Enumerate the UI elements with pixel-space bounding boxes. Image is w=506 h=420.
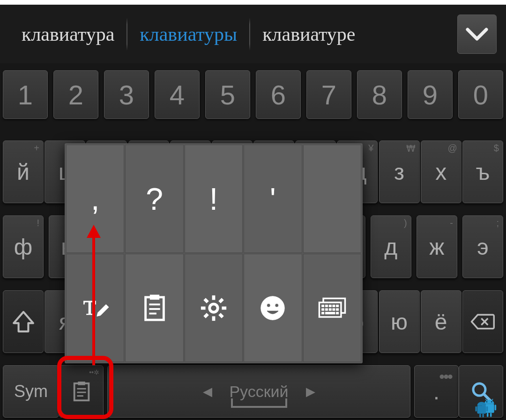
keyboard-layout-icon [318,294,347,323]
popup-keyboard-layout[interactable] [303,254,361,362]
period-key[interactable]: ••• . [414,365,459,418]
key-letter[interactable]: ₩з [379,140,420,203]
svg-line-20 [205,299,208,302]
suggestion-bar: клавиатура клавиатуры клавиатуре [0,5,506,63]
text-edit-icon: T [81,294,110,323]
clipboard-icon [140,294,169,323]
svg-rect-29 [321,305,324,307]
suggestion-word-0[interactable]: клавиатура [9,23,126,45]
prev-lang-icon: ◀ [203,384,212,399]
svg-line-21 [220,314,223,317]
suggestion-word-2[interactable]: клавиатуре [250,23,367,45]
popup-question[interactable]: ? [125,145,183,253]
bottom-row: Sym ••✲ ◀▶ Русский ••• . [0,365,506,418]
key-letter[interactable]: !ф [3,215,44,278]
key-9[interactable]: 9 [408,70,453,119]
popup-exclaim[interactable]: ! [185,145,243,253]
svg-rect-38 [336,308,338,310]
popup-clipboard[interactable] [125,254,183,362]
smiley-icon [258,294,287,323]
key-letter[interactable]: $ъ [462,140,503,203]
popup-settings[interactable] [185,254,243,362]
svg-line-23 [205,314,208,317]
backspace-icon [470,309,495,334]
svg-rect-53 [486,406,488,412]
suggestion-word-1[interactable]: клавиатуры [127,23,249,45]
key-letter[interactable]: ю [379,290,420,353]
app-separator [0,0,506,5]
svg-rect-3 [78,382,85,385]
key-1[interactable]: 1 [3,70,48,119]
svg-point-15 [209,304,217,312]
svg-point-24 [261,296,284,319]
key-5[interactable]: 5 [205,70,250,119]
svg-rect-54 [479,414,481,418]
svg-point-48 [491,401,492,403]
options-key[interactable]: ••✲ [59,365,104,418]
space-bar-icon [231,398,287,408]
next-lang-icon: ▶ [306,384,315,399]
svg-text:T: T [83,295,96,319]
svg-rect-41 [336,312,338,314]
clipboard-icon [71,381,92,402]
svg-rect-37 [333,308,335,310]
svg-line-50 [492,399,493,401]
key-letter[interactable]: ;э [462,215,503,278]
long-press-popup: , ? ! ' T [65,143,363,363]
svg-rect-35 [325,308,327,310]
svg-point-47 [486,401,488,403]
key-letter[interactable]: ё [421,290,461,353]
key-8[interactable]: 8 [357,70,402,119]
key-letter[interactable]: -ж [417,215,457,278]
svg-rect-40 [325,312,335,314]
svg-rect-46 [490,413,492,417]
key-3[interactable]: 3 [104,70,149,119]
svg-rect-52 [476,406,477,412]
backspace-key[interactable] [462,290,503,353]
svg-rect-33 [336,305,338,307]
key-letter[interactable]: +й [3,140,44,203]
key-0[interactable]: 0 [458,70,503,119]
expand-suggestions-button[interactable] [457,15,497,54]
svg-rect-36 [329,308,331,310]
shift-key[interactable] [3,290,44,353]
svg-rect-44 [495,405,497,410]
gear-icon [199,294,228,323]
popup-text-edit[interactable]: T [66,254,124,362]
shift-icon [11,309,36,334]
key-letter[interactable]: )д [371,215,411,278]
key-7[interactable]: 7 [306,70,351,119]
svg-rect-39 [321,312,324,314]
key-6[interactable]: 6 [256,70,301,119]
svg-rect-30 [325,305,327,307]
popup-emoji[interactable] [244,254,302,362]
svg-line-49 [485,399,487,401]
svg-rect-45 [487,413,489,417]
svg-rect-51 [477,405,486,413]
chevron-down-icon [465,27,489,41]
popup-empty[interactable] [303,145,361,253]
svg-rect-11 [150,295,159,299]
popup-comma[interactable]: , [66,145,124,253]
svg-point-25 [267,303,271,307]
space-key[interactable]: ◀▶ Русский [107,365,410,418]
key-2[interactable]: 2 [53,70,98,119]
on-screen-keyboard: клавиатура клавиатуры клавиатуре 1 2 3 4… [0,5,506,420]
svg-rect-32 [333,305,335,307]
key-letter[interactable]: @х [421,140,461,203]
svg-point-26 [275,303,279,307]
svg-line-22 [220,299,223,302]
svg-rect-55 [483,414,484,418]
svg-rect-34 [321,308,324,310]
android-mascot-icon [470,396,503,420]
number-row: 1 2 3 4 5 6 7 8 9 0 [0,70,506,119]
popup-apostrophe[interactable]: ' [244,145,302,253]
key-4[interactable]: 4 [155,70,200,119]
symbols-key[interactable]: Sym [3,365,59,418]
svg-rect-31 [329,305,331,307]
